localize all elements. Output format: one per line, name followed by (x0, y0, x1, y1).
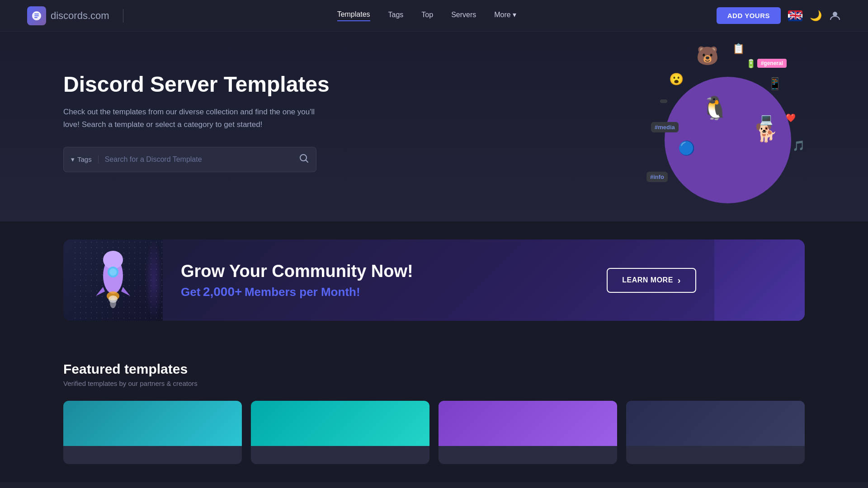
nav-right: ADD YOURS 🇬🇧 🌙 (717, 7, 841, 24)
tags-dropdown-button[interactable]: ▾ Tags (71, 155, 99, 164)
promo-content: Grow Your Community Now! Get 2,000+ Memb… (163, 262, 607, 299)
nav-link-servers[interactable]: Servers (451, 11, 476, 21)
search-button[interactable] (299, 153, 309, 165)
flag-icon[interactable]: 🇬🇧 (788, 10, 802, 21)
user-account-button[interactable] (829, 10, 841, 22)
emoji-cluster: #media #info #general 🐻 😮 📋 📱 ❤️ 🎵 🔋 🐧 🐕… (642, 41, 814, 212)
template-card-4[interactable] (626, 401, 805, 464)
promo-end-decoration (714, 239, 805, 321)
learn-more-button[interactable]: LEARN MORE › (607, 268, 696, 293)
general-badge: #general (757, 59, 787, 68)
add-yours-button[interactable]: ADD YOURS (717, 7, 781, 24)
svg-point-4 (103, 251, 123, 269)
logo[interactable]: discords.com (27, 6, 109, 25)
template-card-1[interactable] (63, 401, 242, 464)
svg-line-2 (306, 160, 308, 163)
featured-title: Featured templates (63, 361, 805, 377)
emoji-clipboard: 📋 (732, 43, 745, 55)
cards-row (63, 401, 805, 464)
promo-banner: Grow Your Community Now! Get 2,000+ Memb… (63, 239, 805, 321)
promo-rocket-image (63, 239, 163, 321)
svg-point-6 (109, 268, 117, 276)
card-top-1 (63, 401, 242, 446)
logo-icon (27, 6, 46, 25)
promo-section: Grow Your Community Now! Get 2,000+ Memb… (0, 221, 868, 339)
chevron-right-icon: › (678, 275, 681, 286)
emoji-penguin: 🐧 (701, 95, 729, 121)
promo-subtitle: Get 2,000+ Members per Month! (181, 285, 589, 299)
hero-illustration: #media #info #general 🐻 😮 📋 📱 ❤️ 🎵 🔋 🐧 🐕… (642, 41, 814, 212)
hashtag-media-badge: #media (651, 122, 679, 132)
search-input[interactable] (105, 155, 299, 164)
logo-text: discords.com (51, 10, 109, 22)
hero-section: Discord Server Templates Check out the t… (0, 32, 868, 221)
nav-link-more[interactable]: More ▾ (494, 10, 516, 21)
emoji-pacman: 😮 (669, 72, 684, 86)
dark-mode-toggle[interactable]: 🌙 (810, 10, 822, 22)
emoji-phone: 📱 (768, 77, 782, 91)
hero-subtitle: Check out the templates from our diverse… (63, 106, 316, 130)
svg-point-0 (833, 12, 837, 16)
promo-title: Grow Your Community Now! (181, 262, 589, 281)
chevron-down-icon: ▾ (71, 155, 75, 164)
emoji-discord-orb: 🔵 (678, 140, 695, 156)
hashtag-info-badge: #info (646, 172, 668, 182)
nav-links: Templates Tags Top Servers More ▾ (137, 10, 717, 21)
card-top-2 (251, 401, 429, 446)
emoji-bear: 🐻 (696, 45, 719, 66)
emoji-heart: ❤️ (786, 113, 796, 123)
featured-subtitle: Verified templates by our partners & cre… (63, 380, 805, 387)
hero-content: Discord Server Templates Check out the t… (63, 72, 330, 172)
chevron-down-icon: ▾ (513, 10, 516, 19)
featured-section: Featured templates Verified templates by… (0, 339, 868, 482)
svg-point-11 (110, 297, 116, 308)
nav-link-templates[interactable]: Templates (337, 10, 370, 21)
hashtag-tag-badge2 (660, 99, 667, 103)
svg-marker-7 (96, 287, 105, 296)
search-bar: ▾ Tags (63, 147, 316, 172)
hero-title: Discord Server Templates (63, 72, 330, 97)
template-card-2[interactable] (251, 401, 429, 464)
emoji-note: 🎵 (793, 140, 805, 152)
nav-divider (123, 9, 123, 23)
emoji-battery: 🔋 (746, 59, 756, 69)
svg-marker-8 (121, 287, 130, 296)
promo-highlight: 2,000+ (203, 285, 242, 299)
nav-link-tags[interactable]: Tags (388, 11, 404, 21)
navbar: discords.com Templates Tags Top Servers … (0, 0, 868, 32)
tags-label: Tags (77, 155, 92, 163)
card-top-3 (439, 401, 617, 446)
template-card-3[interactable] (439, 401, 617, 464)
nav-link-top[interactable]: Top (421, 11, 433, 21)
emoji-laptop: 💻 (760, 113, 773, 126)
card-top-4 (626, 401, 805, 446)
